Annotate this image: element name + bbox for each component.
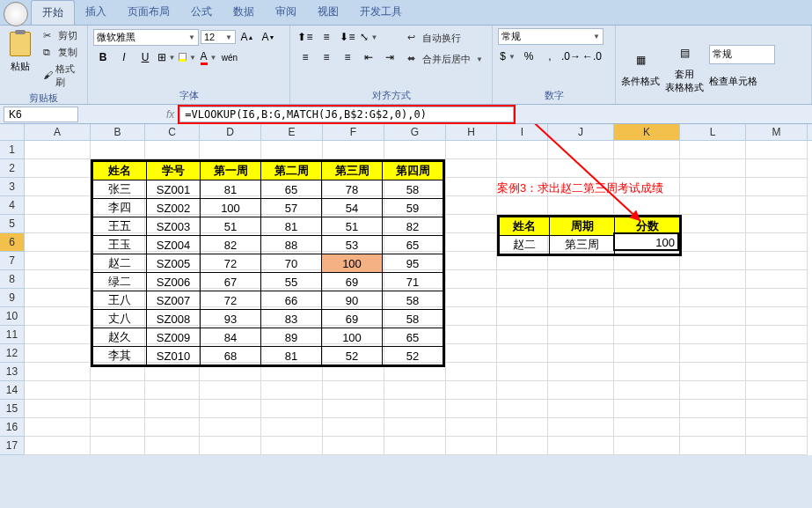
bold-button[interactable]: B [93, 48, 113, 66]
currency-button[interactable]: $▼ [498, 48, 517, 65]
formula-bar[interactable]: =VLOOKUP(I6,B:G,MATCH(J6,B$2:G$2,0),0) [179, 107, 514, 122]
tab-0[interactable]: 开始 [31, 0, 75, 25]
group-label-clipboard: 剪贴板 [5, 90, 82, 107]
worksheet[interactable]: ABCDEFGHIJKLM 1234567891011121314151617 … [0, 124, 812, 455]
col-header-L[interactable]: L [680, 124, 746, 140]
group-alignment: ⬆≡ ≡ ⬇≡ ⤡▼ ≡ ≡ ≡ ⇤ ⇥ ↩自动换行 ⬌合并后居中▼ 对齐方式 [290, 26, 493, 104]
tab-2[interactable]: 页面布局 [117, 0, 180, 25]
col-header-A[interactable]: A [25, 124, 91, 140]
conditional-format-button[interactable]: ▦ 条件格式 [621, 45, 660, 88]
col-header-J[interactable]: J [548, 124, 614, 140]
column-headers: ABCDEFGHIJKLM [0, 124, 812, 141]
row-header-10[interactable]: 10 [0, 307, 25, 326]
fx-icon[interactable]: fx [161, 108, 179, 121]
tab-5[interactable]: 审阅 [265, 0, 307, 25]
increase-decimal-button[interactable]: .0→ [561, 48, 581, 65]
col-header-H[interactable]: H [446, 124, 497, 140]
wrap-text-button[interactable]: ↩自动换行 [405, 31, 486, 46]
font-size-combo[interactable]: 12▼ [201, 30, 236, 44]
select-all-corner[interactable] [0, 124, 25, 140]
row-header-13[interactable]: 13 [0, 363, 25, 381]
col-header-G[interactable]: G [384, 124, 446, 140]
chevron-down-icon: ▼ [188, 33, 195, 41]
cells-area[interactable]: 姓名学号第一周第二周第三周第四周张三SZ00181657858李四SZ00210… [25, 141, 808, 455]
align-middle-button[interactable]: ≡ [317, 28, 336, 46]
orientation-button[interactable]: ⤡▼ [359, 28, 378, 46]
copy-button[interactable]: ⧉复制 [40, 45, 82, 60]
row-header-14[interactable]: 14 [0, 381, 25, 400]
row-header-9[interactable]: 9 [0, 289, 25, 307]
wrap-icon: ↩ [407, 32, 420, 44]
row-header-4[interactable]: 4 [0, 196, 25, 215]
col-header-M[interactable]: M [746, 124, 808, 140]
group-label-alignment: 对齐方式 [296, 87, 486, 104]
row-header-17[interactable]: 17 [0, 437, 25, 455]
border-button[interactable]: ⊞▼ [157, 48, 176, 66]
chevron-down-icon: ▼ [593, 33, 600, 40]
name-box[interactable]: K6 [4, 107, 78, 122]
selected-cell[interactable]: 100 [613, 232, 679, 251]
row-headers: 1234567891011121314151617 [0, 141, 25, 455]
font-color-button[interactable]: A▼ [199, 48, 218, 66]
row-header-6[interactable]: 6 [0, 233, 25, 252]
office-button[interactable] [4, 2, 28, 26]
align-bottom-button[interactable]: ⬇≡ [338, 28, 357, 46]
align-right-button[interactable]: ≡ [338, 48, 357, 66]
align-top-button[interactable]: ⬆≡ [296, 28, 315, 46]
scissors-icon: ✂ [43, 30, 55, 42]
group-label-font: 字体 [93, 87, 284, 104]
group-number: 常规▼ $▼ % , .0→ ←.0 数字 [493, 26, 616, 104]
col-header-K[interactable]: K [614, 124, 680, 140]
percent-button[interactable]: % [519, 48, 538, 65]
group-font: 微软雅黑▼ 12▼ A▲ A▼ B I U ⊞▼ ▼ A▼ wén 字体 [88, 26, 290, 104]
tab-1[interactable]: 插入 [75, 0, 117, 25]
col-header-F[interactable]: F [323, 124, 384, 140]
row-header-15[interactable]: 15 [0, 400, 25, 418]
row-header-16[interactable]: 16 [0, 418, 25, 437]
increase-indent-button[interactable]: ⇥ [380, 48, 399, 66]
tab-7[interactable]: 开发工具 [349, 0, 413, 25]
group-styles: ▦ 条件格式 ▤ 套用 表格格式 常规 检查单元格 [616, 26, 812, 104]
annotation-text: 案例3：求出赵二第三周考试成绩 [497, 180, 663, 196]
row-header-3[interactable]: 3 [0, 178, 25, 196]
decrease-decimal-button[interactable]: ←.0 [582, 48, 602, 65]
col-header-I[interactable]: I [497, 124, 548, 140]
col-header-C[interactable]: C [145, 124, 200, 140]
col-header-D[interactable]: D [200, 124, 261, 140]
row-header-8[interactable]: 8 [0, 270, 25, 289]
italic-button[interactable]: I [114, 48, 134, 66]
merge-center-button[interactable]: ⬌合并后居中▼ [405, 52, 486, 67]
decrease-indent-button[interactable]: ⇤ [359, 48, 378, 66]
comma-button[interactable]: , [540, 48, 560, 65]
row-header-2[interactable]: 2 [0, 159, 25, 178]
underline-button[interactable]: U [135, 48, 155, 66]
align-left-button[interactable]: ≡ [296, 48, 315, 66]
paste-label[interactable]: 粘贴 [11, 60, 30, 73]
fill-color-button[interactable]: ▼ [178, 48, 197, 66]
row-header-11[interactable]: 11 [0, 326, 25, 344]
cell-styles-label[interactable]: 检查单元格 [709, 75, 775, 88]
row-header-12[interactable]: 12 [0, 344, 25, 363]
col-header-B[interactable]: B [91, 124, 145, 140]
tab-4[interactable]: 数据 [223, 0, 265, 25]
align-center-button[interactable]: ≡ [317, 48, 336, 66]
number-format-combo[interactable]: 常规▼ [498, 28, 604, 45]
increase-font-button[interactable]: A▲ [238, 28, 257, 46]
paste-icon[interactable] [6, 28, 34, 60]
decrease-font-button[interactable]: A▼ [259, 28, 278, 46]
row-header-5[interactable]: 5 [0, 215, 25, 233]
format-painter-button[interactable]: 🖌格式刷 [40, 62, 82, 90]
phonetic-button[interactable]: wén [220, 48, 239, 66]
cut-button[interactable]: ✂剪切 [40, 28, 82, 43]
font-name-combo[interactable]: 微软雅黑▼ [93, 29, 199, 46]
row-header-1[interactable]: 1 [0, 141, 25, 159]
tab-6[interactable]: 视图 [307, 0, 349, 25]
cond-format-icon: ▦ [625, 45, 655, 75]
row-header-7[interactable]: 7 [0, 252, 25, 270]
group-clipboard: 粘贴 ✂剪切 ⧉复制 🖌格式刷 剪贴板 [0, 26, 88, 104]
table-format-button[interactable]: ▤ 套用 表格格式 [665, 38, 704, 94]
cell-style-combo[interactable]: 常规 [709, 45, 775, 64]
col-header-E[interactable]: E [261, 124, 323, 140]
ribbon-tabs: 开始插入页面布局公式数据审阅视图开发工具 [0, 0, 812, 26]
tab-3[interactable]: 公式 [180, 0, 223, 25]
